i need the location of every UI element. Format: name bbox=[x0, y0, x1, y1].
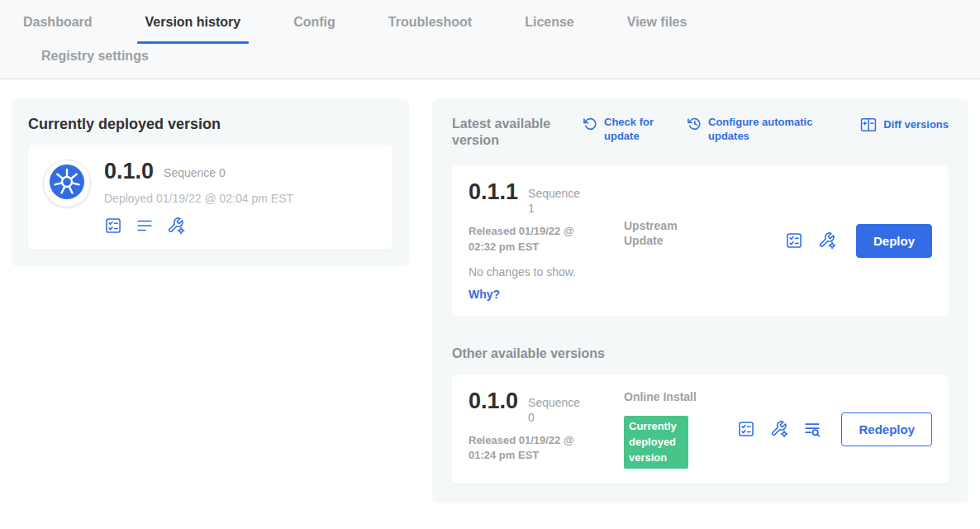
latest-version-source: Upstream Update bbox=[624, 180, 716, 302]
current-version-card: 0.1.0 Sequence 0 Deployed 01/19/22 @ 02:… bbox=[28, 145, 392, 250]
check-for-update-label: Check for update bbox=[604, 116, 665, 144]
check-for-update-link[interactable]: Check for update bbox=[583, 116, 665, 144]
currently-deployed-badge: Currently deployed version bbox=[624, 416, 688, 469]
kubernetes-icon bbox=[49, 164, 85, 203]
app-logo bbox=[43, 160, 91, 207]
diff-versions-link[interactable]: Diff versions bbox=[859, 116, 949, 134]
other-version-source: Online Install bbox=[624, 389, 716, 404]
nav-secondary-row: Registry settings bbox=[0, 44, 980, 79]
why-link[interactable]: Why? bbox=[469, 288, 500, 301]
other-version-actions: Redeploy bbox=[737, 412, 932, 446]
currently-deployed-panel: Currently deployed version bbox=[12, 99, 409, 266]
diff-versions-label: Diff versions bbox=[883, 118, 949, 132]
current-version-number: 0.1.0 bbox=[104, 160, 154, 183]
other-version-card: 0.1.0 Sequence 0 Released 01/19/22 @ 01:… bbox=[452, 374, 949, 484]
redeploy-button[interactable]: Redeploy bbox=[841, 412, 932, 446]
tab-config[interactable]: Config bbox=[293, 0, 335, 44]
check-update-icon bbox=[583, 116, 598, 131]
nav-primary-row: Dashboard Version history Config Trouble… bbox=[0, 0, 980, 44]
tab-troubleshoot[interactable]: Troubleshoot bbox=[388, 0, 472, 44]
other-version-source-col: Online Install Currently deployed versio… bbox=[624, 389, 716, 469]
latest-version-info: 0.1.1 Sequence 1 Released 01/19/22 @ 02:… bbox=[469, 180, 624, 302]
tab-dashboard[interactable]: Dashboard bbox=[23, 0, 93, 44]
main-content: Currently deployed version bbox=[0, 79, 980, 523]
other-versions-heading: Other available versions bbox=[452, 346, 949, 361]
latest-version-sequence: Sequence 1 bbox=[528, 180, 581, 216]
preflight-checks-icon[interactable] bbox=[785, 231, 803, 250]
top-navigation: Dashboard Version history Config Trouble… bbox=[0, 0, 980, 79]
view-logs-icon[interactable] bbox=[803, 420, 821, 438]
tab-registry-settings[interactable]: Registry settings bbox=[41, 49, 980, 64]
latest-available-title: Latest available version bbox=[452, 116, 561, 149]
latest-version-number: 0.1.1 bbox=[469, 180, 518, 203]
tab-version-history[interactable]: Version history bbox=[145, 0, 241, 44]
other-released-timestamp: Released 01/19/22 @ 01:24 pm EST bbox=[469, 433, 602, 463]
latest-header: Latest available version Check for updat… bbox=[452, 116, 949, 149]
current-version-sequence: Sequence 0 bbox=[164, 160, 226, 180]
edit-config-icon[interactable] bbox=[167, 217, 185, 235]
other-version-sequence: Sequence 0 bbox=[528, 389, 581, 425]
latest-version-card: 0.1.1 Sequence 1 Released 01/19/22 @ 02:… bbox=[452, 165, 949, 317]
current-version-actions bbox=[104, 217, 293, 235]
latest-released-timestamp: Released 01/19/22 @ 02:32 pm EST bbox=[469, 224, 602, 254]
currently-deployed-title: Currently deployed version bbox=[28, 116, 392, 133]
configure-auto-updates-label: Configure automatic updates bbox=[708, 116, 817, 144]
configure-auto-updates-link[interactable]: Configure automatic updates bbox=[687, 116, 817, 144]
current-deployed-timestamp: Deployed 01/19/22 @ 02:04 pm EST bbox=[104, 192, 293, 205]
current-version-info: 0.1.0 Sequence 0 Deployed 01/19/22 @ 02:… bbox=[104, 160, 293, 235]
auto-update-clock-icon bbox=[687, 116, 702, 131]
latest-version-actions: Deploy bbox=[785, 224, 932, 258]
edit-config-icon[interactable] bbox=[770, 420, 788, 438]
other-version-number: 0.1.0 bbox=[469, 389, 518, 412]
deploy-button[interactable]: Deploy bbox=[856, 224, 932, 258]
no-changes-text: No changes to show. bbox=[469, 265, 624, 279]
preflight-checks-icon[interactable] bbox=[737, 420, 755, 438]
edit-config-icon[interactable] bbox=[818, 231, 836, 250]
release-notes-icon[interactable] bbox=[136, 217, 154, 235]
tab-view-files[interactable]: View files bbox=[627, 0, 687, 44]
preflight-checks-icon[interactable] bbox=[104, 217, 122, 235]
tab-license[interactable]: License bbox=[525, 0, 574, 44]
latest-available-panel: Latest available version Check for updat… bbox=[432, 99, 968, 503]
other-version-info: 0.1.0 Sequence 0 Released 01/19/22 @ 01:… bbox=[469, 389, 624, 469]
diff-versions-icon bbox=[859, 116, 878, 134]
